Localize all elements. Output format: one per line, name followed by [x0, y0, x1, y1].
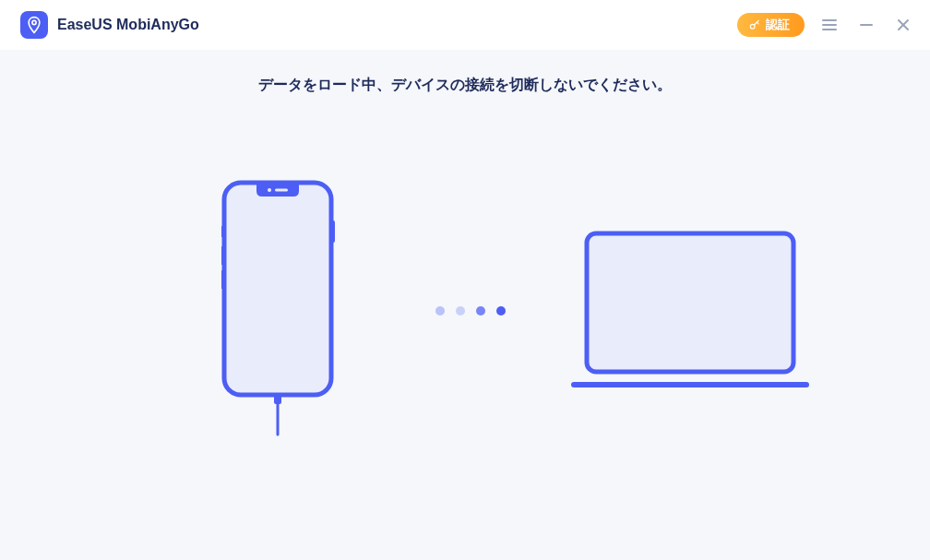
svg-point-9 — [268, 188, 271, 192]
app-title: EaseUS MobiAnyGo — [57, 17, 199, 33]
svg-rect-11 — [331, 220, 335, 243]
titlebar-right: 認証 — [737, 13, 912, 37]
loading-dots — [435, 306, 506, 316]
close-button[interactable] — [895, 17, 912, 33]
app-window: EaseUS MobiAnyGo 認証 — [0, 0, 930, 560]
svg-rect-17 — [587, 233, 793, 372]
minimize-icon — [860, 18, 873, 31]
key-icon — [748, 18, 761, 31]
verify-button[interactable]: 認証 — [737, 13, 805, 37]
loading-dot — [456, 306, 465, 316]
minimize-button[interactable] — [858, 17, 875, 33]
connection-illustration — [0, 180, 930, 442]
hamburger-icon — [822, 18, 837, 31]
svg-rect-13 — [221, 246, 224, 265]
titlebar: EaseUS MobiAnyGo 認証 — [0, 0, 930, 50]
menu-button[interactable] — [821, 17, 838, 33]
loading-dot — [496, 306, 506, 316]
svg-point-0 — [32, 20, 36, 24]
loading-dot — [435, 306, 445, 316]
loading-dot — [476, 306, 485, 316]
verify-label: 認証 — [766, 17, 790, 33]
laptop-device-icon — [570, 226, 810, 396]
svg-rect-12 — [221, 226, 224, 237]
window-controls — [821, 17, 912, 33]
titlebar-left: EaseUS MobiAnyGo — [20, 11, 199, 39]
svg-rect-10 — [275, 189, 288, 192]
svg-rect-8 — [224, 183, 331, 395]
phone-device-icon — [221, 180, 343, 442]
svg-rect-14 — [221, 270, 224, 289]
main-content: データをロード中、デバイスの接続を切断しないでください。 — [0, 50, 930, 560]
close-icon — [897, 18, 910, 31]
app-logo-icon — [20, 11, 48, 39]
status-message: データをロード中、デバイスの接続を切断しないでください。 — [258, 76, 672, 95]
